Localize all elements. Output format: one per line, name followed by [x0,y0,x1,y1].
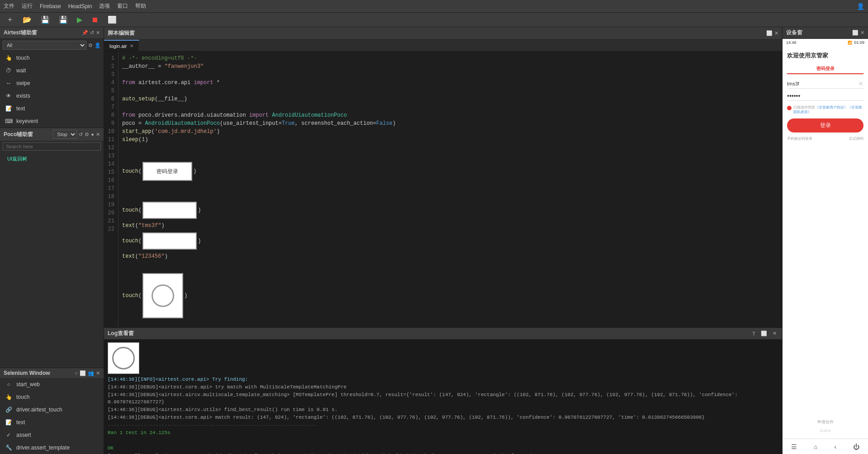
poco-record[interactable]: ● [91,132,94,137]
selenium-text[interactable]: 📝 text [0,416,104,429]
airtest-close[interactable]: ✕ [96,30,100,36]
airtest-pin[interactable]: 📌 [82,30,88,36]
api-keyevent[interactable]: ⌨ keyevent [0,115,104,128]
toolbar: ＋ 📂 💾 💾 ▶ ⏹ ⬜ [0,13,868,27]
editor-close[interactable]: ✕ [774,30,778,36]
code-line-16 [122,191,778,199]
api-wait[interactable]: ⏱ wait [0,64,104,77]
agree-radio[interactable] [787,106,792,110]
power-btn[interactable]: ⏻ [853,443,859,450]
poco-settings[interactable]: ⚙ [85,132,89,137]
selenium-driver-touch[interactable]: 🔗 driver.airtest_touch [0,403,104,416]
api-swipe[interactable]: ↔ swipe [0,77,104,90]
swipe-icon: ↔ [5,79,13,87]
airtest-refresh[interactable]: ↺ [90,30,94,36]
menu-firebase[interactable]: Firebase [40,3,61,9]
toolbar-save[interactable]: 💾 [38,14,52,25]
selenium-start-web[interactable]: ○ start_web [0,378,104,391]
login-button[interactable]: 登录 [787,118,863,132]
driver-touch-icon: 🔗 [5,406,13,414]
log-t-btn[interactable]: T [750,330,757,337]
menu-run[interactable]: 运行 [22,2,33,10]
toolbar-new[interactable]: ＋ [4,14,16,25]
home-btn[interactable]: ⌂ [814,443,817,450]
code-line-20: text("123456") [122,252,778,260]
poco-driver-select[interactable]: Stop [53,130,77,139]
user-agreement-link[interactable]: 《京管家用户协议》 [815,105,848,109]
toolbar-stop[interactable]: ⏹ [89,15,101,25]
api-text-label: text [16,105,25,112]
editor-expand[interactable]: ⬜ [766,30,773,36]
code-line-4: from airtest.core.api import * [122,79,778,87]
menu-file[interactable]: 文件 [4,2,14,10]
line-numbers: 12345678910111213141516171819202122 [104,52,119,327]
code-line-1: # -*- encoding=utf8 -*- [122,54,778,62]
selenium-driver-assert[interactable]: 🔧 driver.assert_template [0,441,104,454]
driver-assert-label: driver.assert_template [16,445,70,451]
username-input[interactable] [787,81,858,86]
log-blank [108,437,778,444]
tab-name: login.air [109,43,127,49]
poco-tree-item[interactable]: UI返回树 [4,154,100,164]
editor-section: 脚本编辑窗 ⬜ ✕ login.air ✕ 123456789101112131… [104,27,782,327]
password-field-container [787,91,863,101]
start-web-label: start_web [16,381,40,388]
editor-tab-login[interactable]: login.air ✕ [104,40,139,51]
filter-icon1[interactable]: ⚙ [88,43,93,48]
poco-search-row [0,141,104,152]
poco-close[interactable]: ✕ [96,132,100,137]
clear-username-btn[interactable]: ✕ [858,80,863,87]
filter-icon2[interactable]: 👤 [95,43,101,48]
menu-options[interactable]: 选项 [99,2,110,10]
code-editor[interactable]: 12345678910111213141516171819202122 # -*… [104,52,782,327]
toolbar-record[interactable]: ⬜ [105,14,119,25]
api-text[interactable]: 📝 text [0,102,104,115]
code-content[interactable]: # -*- encoding=utf8 -*- __author__ = "fa… [119,52,782,327]
device-expand[interactable]: ⬜ [852,30,859,36]
log-thumbnail [108,342,139,374]
device-header: 设备窗 ⬜ ✕ [783,27,868,39]
filter-select[interactable]: All [3,41,86,50]
phone-time: 14:46 [786,40,797,45]
selenium-icon3[interactable]: 👥 [88,370,94,376]
code-line-5 [122,87,778,95]
poco-refresh[interactable]: ↺ [79,132,83,137]
menu-window[interactable]: 窗口 [117,2,128,10]
device-close[interactable]: ✕ [860,30,864,36]
selenium-icon1[interactable]: ○ [75,370,78,376]
back-btn[interactable]: ‹ [834,443,836,450]
selenium-close[interactable]: ✕ [96,370,100,376]
toolbar-run[interactable]: ▶ [74,14,85,25]
log-expand[interactable]: ⬜ [759,330,769,337]
toolbar-save-as[interactable]: 💾 [56,14,71,25]
toolbar-open[interactable]: 📂 [20,14,34,25]
log-content[interactable]: [14:46:36][INFO]<airtest.core.api> Try f… [104,340,782,454]
driver-touch-label: driver.airtest_touch [16,407,62,413]
code-line-10: start_app('com.jd.mrd.jdhelp') [122,128,778,136]
editor-tab-bar: login.air ✕ [104,40,782,52]
selenium-assert[interactable]: ✓ assert [0,429,104,441]
phone-login-link[interactable]: 手机验证码登录 [787,136,812,141]
tab-close-btn[interactable]: ✕ [130,43,133,48]
text-icon: 📝 [5,104,13,113]
menu-help[interactable]: 帮助 [135,2,146,10]
selenium-touch[interactable]: 👆 touch [0,391,104,403]
selenium-icon2[interactable]: ⬜ [80,370,86,376]
cooperation-link[interactable]: 申请合作 [817,420,834,424]
code-line-2: __author__ = "fanwenjun3" [122,62,778,71]
agree-row: 已阅读并同意《京管家用户协议》《京管家隐私政策》 [787,105,863,115]
api-exists[interactable]: 👁 exists [0,90,104,102]
forgot-password-link[interactable]: 忘记密码 [849,136,863,141]
menu-headspin[interactable]: HeadSpin [68,3,92,9]
api-touch[interactable]: 👆 touch [0,52,104,64]
code-line-17: touch( ) [122,199,778,222]
log-close[interactable]: ✕ [771,330,778,337]
poco-search-input[interactable] [3,142,101,151]
password-input[interactable] [787,92,866,99]
keyevent-icon: ⌨ [5,117,13,125]
home-menu-btn[interactable]: ☰ [791,443,797,450]
agree-text: 已阅读并同意《京管家用户协议》《京管家隐私政策》 [793,105,863,115]
login-tab-password[interactable]: 密码登录 [787,64,863,74]
driver-assert-icon: 🔧 [5,444,13,452]
editor-title: 脚本编辑窗 [108,29,135,37]
